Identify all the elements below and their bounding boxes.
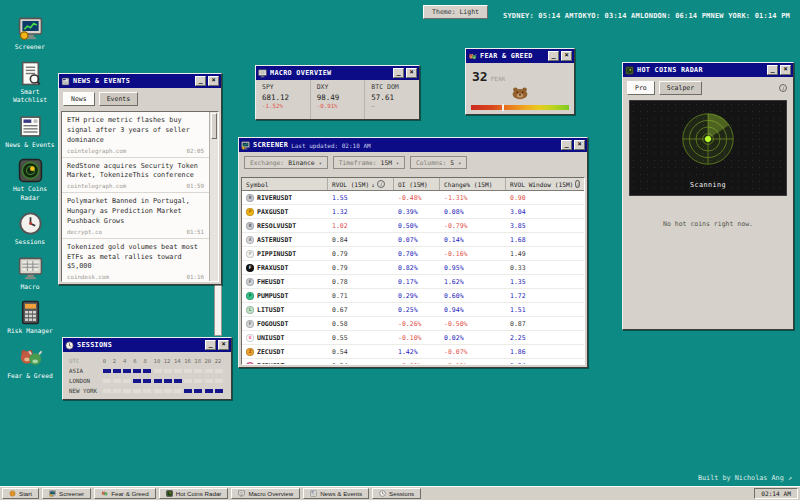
- scrollbar-thumb[interactable]: [211, 113, 217, 139]
- table-row[interactable]: RRESOLVUSDT1.020.50%-0.79%3.85: [242, 219, 584, 233]
- screener-chart-icon: [241, 141, 250, 150]
- column-header-3[interactable]: Change% (15M): [440, 178, 506, 190]
- screener-titlebar[interactable]: SCREENER Last updated: 02:10 AM _ ×: [239, 138, 587, 152]
- table-row[interactable]: IICPUSDT0.54-0.61%-0.11%1.24: [242, 359, 584, 365]
- session-slot: [123, 379, 133, 383]
- table-row[interactable]: FFRAXUSDT0.790.82%0.95%0.33: [242, 261, 584, 275]
- desktop-icon-watchlist[interactable]: Smart Watchlist: [2, 61, 58, 105]
- value-cell: 1.72: [506, 292, 584, 300]
- desktop-icon-radar[interactable]: Hot Coins Radar: [2, 158, 58, 202]
- session-slot: [113, 369, 123, 373]
- close-button[interactable]: ×: [561, 51, 572, 61]
- symbol-name: LITUSDT: [257, 306, 284, 314]
- taskbar-button-macro[interactable]: Macro Overview: [231, 488, 300, 499]
- table-row[interactable]: FFHEUSDT0.780.17%1.62%1.35: [242, 275, 584, 289]
- chevron-down-icon: ▾: [396, 160, 399, 166]
- session-slot: [113, 379, 123, 383]
- close-button[interactable]: ×: [406, 68, 417, 78]
- minimize-button[interactable]: _: [393, 68, 404, 78]
- fear-greed-titlebar[interactable]: FEAR & GREED _ ×: [466, 49, 574, 63]
- table-row[interactable]: ZZECUSDT0.541.42%-0.07%1.86: [242, 345, 584, 359]
- news-scrollbar[interactable]: [209, 112, 218, 281]
- hour-tick: 6: [133, 358, 143, 364]
- minimize-button[interactable]: _: [548, 51, 559, 61]
- value-cell: 0.82%: [394, 264, 440, 272]
- close-button[interactable]: ×: [208, 76, 219, 86]
- column-header-4[interactable]: RVOL Window (15M)i: [506, 178, 584, 190]
- value-cell: -0.26%: [394, 320, 440, 328]
- column-label: Symbol: [246, 181, 268, 188]
- session-slot: [205, 369, 215, 373]
- macro-titlebar[interactable]: MACRO OVERVIEW _ ×: [256, 66, 419, 80]
- minimize-button[interactable]: _: [195, 76, 206, 86]
- taskbar-button-news[interactable]: News & Events: [303, 488, 369, 499]
- desktop-icon-news[interactable]: News & Events: [2, 114, 58, 150]
- minimize-button[interactable]: _: [767, 65, 778, 75]
- symbol-cell: FFOGOUSDT: [242, 320, 328, 328]
- value-cell: 1.24: [506, 362, 584, 366]
- news-item[interactable]: ETH price metric flashes buy signal afte…: [62, 112, 209, 158]
- symbol-name: PUMPUSDT: [257, 292, 288, 300]
- table-row[interactable]: PPAXGUSDT1.320.39%0.08%3.04: [242, 205, 584, 219]
- table-row[interactable]: PPIPPINUSDT0.790.70%-0.16%1.49: [242, 247, 584, 261]
- hot-coins-titlebar[interactable]: HOT COINS RADAR _ ×: [623, 63, 793, 77]
- dropdown-label: Columns:: [416, 159, 446, 166]
- taskbar-button-screener[interactable]: Screener: [42, 488, 91, 499]
- table-row[interactable]: FFOGOUSDT0.58-0.26%-0.50%0.87: [242, 317, 584, 331]
- tab-pro[interactable]: Pro: [627, 81, 655, 95]
- dropdown-columns[interactable]: Columns:5▾: [410, 156, 467, 169]
- close-button[interactable]: ×: [574, 140, 585, 150]
- start-button[interactable]: Start: [2, 488, 39, 499]
- column-header-2[interactable]: OI (15M): [394, 178, 440, 190]
- taskbar-button-sessions[interactable]: Sessions: [372, 488, 421, 499]
- info-icon[interactable]: i: [575, 180, 580, 188]
- macro-metric-btc-dom: BTC DOM57.61–: [365, 80, 419, 119]
- table-row[interactable]: LLITUSDT0.670.25%0.94%1.51: [242, 303, 584, 317]
- dropdown-timeframe[interactable]: Timeframe:15M▾: [333, 156, 405, 169]
- sessions-titlebar[interactable]: SESSIONS _ ×: [63, 338, 231, 352]
- desktop-icon-risk[interactable]: Risk Manager: [2, 300, 58, 336]
- news-item[interactable]: RedStone acquires Security Token Market,…: [62, 158, 209, 194]
- column-header-1[interactable]: RVOL (15M)↓i: [328, 178, 394, 190]
- column-header-0[interactable]: Symbol: [242, 178, 328, 190]
- desktop-icon-feargreed[interactable]: Fear & Greed: [2, 345, 58, 381]
- close-button[interactable]: ×: [780, 65, 791, 75]
- desktop-icon-label: Screener: [15, 43, 45, 52]
- radar-panel: Scanning: [629, 100, 787, 196]
- table-row[interactable]: UUNIUSDT0.55-0.10%0.02%2.25: [242, 331, 584, 345]
- table-row[interactable]: RRIVERUSDT1.55-0.48%-1.31%0.90: [242, 191, 584, 205]
- info-icon[interactable]: i: [377, 180, 385, 188]
- table-row[interactable]: PPUMPUSDT0.710.29%0.60%1.72: [242, 289, 584, 303]
- desktop-icon-macro[interactable]: Macro: [2, 256, 58, 292]
- tab-events[interactable]: Events: [99, 92, 138, 106]
- taskbar-button-label: News & Events: [320, 490, 362, 497]
- taskbar-button-label: Macro Overview: [248, 490, 293, 497]
- session-slot: [194, 389, 204, 393]
- tab-scalper[interactable]: Scalper: [659, 81, 702, 95]
- minimize-button[interactable]: _: [205, 340, 216, 350]
- theme-toggle-button[interactable]: Theme: Light: [423, 5, 488, 19]
- taskbar-button-radar[interactable]: Hot Coins Radar: [159, 488, 229, 499]
- info-icon[interactable]: i: [779, 84, 787, 92]
- news-item[interactable]: Polymarket Banned in Portugal, Hungary a…: [62, 193, 209, 239]
- value-cell: 0.29%: [394, 292, 440, 300]
- news-titlebar[interactable]: NEWS & EVENTS _ ×: [59, 74, 221, 88]
- dropdown-exchange[interactable]: Exchange:Binance▾: [244, 156, 328, 169]
- minimize-button[interactable]: _: [561, 140, 572, 150]
- world-clocks: SYDNEY: 05:14 AMTOKYO: 03:14 AMLONDON: 0…: [503, 3, 790, 22]
- macro-metric-dxy: DXY98.49-0.91%: [311, 80, 366, 119]
- desktop-icon-sessions[interactable]: Sessions: [2, 211, 58, 247]
- taskbar-button-feargreed[interactable]: Fear & Greed: [94, 488, 156, 499]
- macro-overview-window: MACRO OVERVIEW _ × SPY681.12-1.52%DXY98.…: [255, 65, 420, 120]
- table-row[interactable]: AASTERUSDT0.840.07%0.14%1.68: [242, 233, 584, 247]
- value-cell: 0.25%: [394, 306, 440, 314]
- desktop-icon-screener[interactable]: Screener: [2, 16, 58, 52]
- news-item[interactable]: Tokenized gold volumes beat most ETFs as…: [62, 239, 209, 281]
- close-button[interactable]: ×: [218, 340, 229, 350]
- clock-icon: [65, 341, 74, 350]
- session-slot: [143, 389, 153, 393]
- tab-news[interactable]: News: [63, 92, 95, 106]
- metric-change: –: [371, 103, 413, 109]
- chevron-down-icon: ▾: [458, 160, 461, 166]
- credit-link[interactable]: Built by Nicholas Ang ↗: [698, 474, 792, 482]
